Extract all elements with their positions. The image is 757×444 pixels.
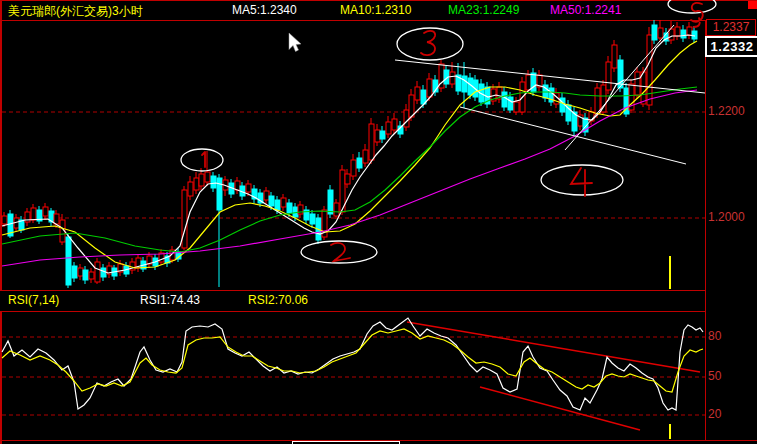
candle-body (415, 87, 420, 100)
app-corner-icon[interactable] (748, 1, 757, 9)
rsi-chart[interactable] (0, 312, 705, 440)
candle-body (345, 174, 350, 184)
candle-body (386, 122, 391, 134)
candle-body (462, 76, 467, 92)
rsi-lines (2, 318, 703, 410)
candle-body (375, 130, 380, 142)
rsi-trend-lines (407, 322, 700, 430)
rsi-line-RSI1 (2, 318, 703, 410)
candle-body (264, 191, 269, 200)
rsi-info-bar: RSI(7,14) RSI1:74.43 RSI2:70.06 (0, 291, 705, 311)
candle-body (635, 72, 640, 95)
rsi-gridlines (2, 337, 705, 415)
rsi-line-RSI2 (2, 329, 703, 392)
candle-body (217, 178, 222, 210)
candle-body (188, 182, 193, 196)
candle-body (357, 158, 362, 168)
candle-body (392, 119, 397, 130)
main-price-chart[interactable] (0, 20, 705, 290)
candle-body (681, 30, 686, 38)
candle-body (89, 272, 94, 279)
candle-body (287, 203, 292, 213)
candle-body (246, 184, 251, 192)
candle-body (369, 124, 374, 160)
candle-body (83, 270, 88, 280)
candle-body (641, 72, 646, 104)
candle-body (658, 28, 663, 38)
top-border (0, 0, 757, 1)
candle-body (675, 27, 680, 36)
rsi-indicator-name: RSI(7,14) (8, 293, 59, 307)
candle-body (526, 75, 531, 90)
candle-body (427, 79, 432, 97)
candle-body (380, 131, 385, 139)
high-price-box: 1.2337 (706, 19, 756, 36)
candle-body (211, 176, 216, 188)
candle-body (450, 72, 455, 84)
candle-body (612, 45, 617, 68)
candle-body (199, 174, 204, 186)
trading-app-window: 美元瑞郎(外汇交易)3小时 MA5:1.2340MA10:1.2310MA23:… (0, 0, 757, 444)
candle-body (502, 92, 507, 107)
candle-body (72, 266, 77, 278)
candle-body (404, 110, 409, 127)
candle-body (275, 200, 280, 210)
candle-body (334, 203, 339, 216)
rsi-trend-line (480, 387, 640, 430)
symbol-title: 美元瑞郎(外汇交易)3小时 (8, 3, 143, 20)
axis-tick-label: 50 (708, 369, 721, 383)
candle-body (269, 196, 274, 206)
candle-body (508, 97, 513, 110)
rsi2-value: RSI2:70.06 (248, 293, 308, 307)
candle-body (2, 216, 7, 224)
price-axis-divider (705, 20, 706, 440)
candle-body (363, 150, 368, 163)
candle-body (182, 190, 187, 248)
candle-body (235, 181, 240, 190)
candle-body (205, 172, 210, 182)
ma-line-MA10 (2, 41, 697, 268)
candle-body (514, 102, 519, 112)
candle-body (531, 73, 536, 92)
candle-body (31, 208, 36, 220)
candle-body (54, 214, 59, 224)
candle-body (194, 178, 199, 190)
candle-body (351, 160, 356, 176)
candle-body (281, 198, 286, 207)
ma-label: MA50:1.2241 (550, 3, 621, 17)
ma-label: MA5:1.2340 (232, 3, 297, 17)
candle-body (95, 262, 100, 282)
candle-body (78, 268, 83, 276)
ma-line-MA5 (2, 35, 695, 273)
chart-info-bar: 美元瑞郎(外汇交易)3小时 MA5:1.2340MA10:1.2310MA23:… (0, 0, 757, 20)
candle-body (310, 214, 315, 224)
candle-body (43, 207, 48, 216)
axis-tick-label: 1.2200 (708, 104, 745, 118)
candle-body (647, 35, 652, 105)
rsi-trend-line (407, 322, 700, 372)
candle-body (692, 31, 697, 39)
axis-tick-label: 1.2000 (708, 210, 745, 224)
ma-label: MA23:1.2249 (448, 3, 519, 17)
candle-body (687, 27, 692, 35)
candle-body (328, 190, 333, 214)
moving-average-lines (2, 35, 697, 273)
candle-body (652, 25, 657, 40)
current-price-box: 1.2332 (705, 36, 757, 57)
ma-label: MA10:1.2310 (340, 3, 411, 17)
axis-tick-label: 20 (708, 407, 721, 421)
rsi1-value: RSI1:74.43 (140, 293, 200, 307)
axis-tick-label: 80 (708, 329, 721, 343)
candlesticks (2, 20, 697, 288)
candle-body (409, 95, 414, 117)
candle-body (606, 62, 611, 90)
candle-body (669, 29, 674, 40)
candle-body (66, 237, 71, 285)
